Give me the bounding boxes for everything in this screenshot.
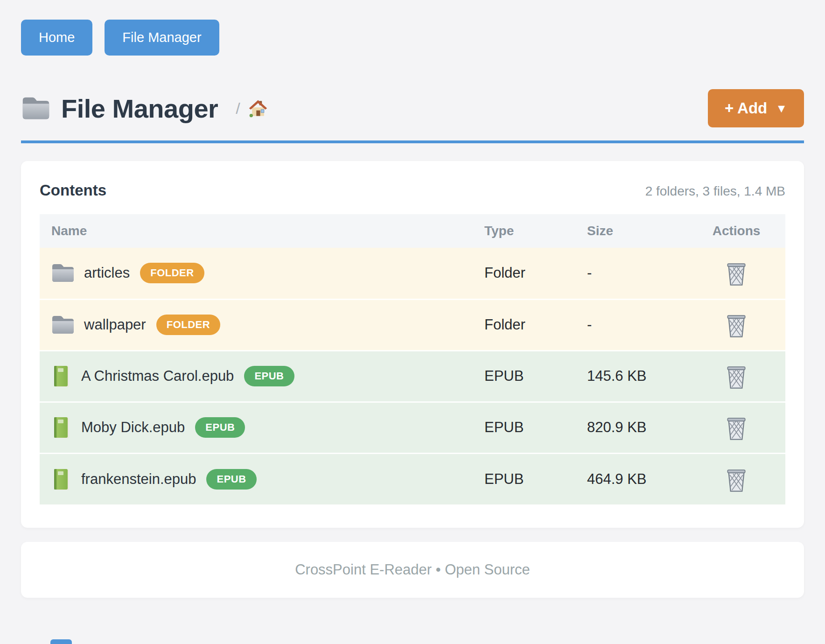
home-button[interactable]: Home <box>21 20 92 56</box>
size-cell: 464.9 KB <box>587 453 687 504</box>
add-button[interactable]: + Add ▼ <box>708 89 804 127</box>
contents-table: Name Type Size Actions articles FOLDER F… <box>40 214 785 504</box>
book-icon <box>51 468 71 490</box>
delete-button[interactable] <box>724 363 748 389</box>
house-icon[interactable] <box>248 98 268 119</box>
table-header-row: Name Type Size Actions <box>40 214 785 248</box>
contents-summary: 2 folders, 3 files, 1.4 MB <box>645 184 785 199</box>
type-cell: Folder <box>484 248 587 299</box>
trash-icon <box>724 260 748 286</box>
table-row: wallpaper FOLDER Folder - <box>40 299 785 350</box>
card-title: Contents <box>40 182 106 199</box>
partially-visible-element <box>50 639 72 644</box>
entry-name-link[interactable]: frankenstein.epub <box>81 471 196 488</box>
type-cell: EPUB <box>484 402 587 453</box>
delete-button[interactable] <box>724 260 748 286</box>
type-cell: Folder <box>484 299 587 350</box>
delete-button[interactable] <box>724 312 748 338</box>
size-cell: 820.9 KB <box>587 402 687 453</box>
column-header-name: Name <box>40 214 484 248</box>
trash-icon <box>724 312 748 338</box>
column-header-actions: Actions <box>687 214 785 248</box>
top-nav: Home File Manager <box>21 0 804 56</box>
footer-text: CrossPoint E-Reader • Open Source <box>295 561 530 578</box>
book-icon <box>51 416 71 439</box>
folder-icon <box>51 315 75 335</box>
size-cell: - <box>587 299 687 350</box>
type-badge: EPUB <box>206 469 256 490</box>
folder-icon <box>51 263 75 283</box>
book-icon <box>51 365 71 387</box>
table-row: articles FOLDER Folder - <box>40 248 785 299</box>
column-header-type: Type <box>484 214 587 248</box>
table-row: Moby Dick.epub EPUB EPUB 820.9 KB <box>40 402 785 453</box>
footer: CrossPoint E-Reader • Open Source <box>21 542 804 598</box>
type-badge: FOLDER <box>140 263 204 283</box>
type-badge: EPUB <box>195 417 245 438</box>
file-manager-button[interactable]: File Manager <box>105 20 219 56</box>
trash-icon <box>724 414 748 441</box>
entry-name-link[interactable]: A Christmas Carol.epub <box>81 368 234 385</box>
entry-name-link[interactable]: wallpaper <box>84 316 146 333</box>
entry-name-link[interactable]: Moby Dick.epub <box>81 419 185 436</box>
trash-icon <box>724 363 748 389</box>
chevron-down-icon: ▼ <box>776 102 787 115</box>
type-cell: EPUB <box>484 453 587 504</box>
contents-card: Contents 2 folders, 3 files, 1.4 MB Name… <box>21 161 804 528</box>
page-header: File Manager / + Add ▼ <box>21 89 804 127</box>
breadcrumb: / <box>236 98 268 119</box>
column-header-size: Size <box>587 214 687 248</box>
page-title: File Manager <box>61 93 218 124</box>
delete-button[interactable] <box>724 466 748 492</box>
delete-button[interactable] <box>724 414 748 441</box>
table-row: frankenstein.epub EPUB EPUB 464.9 KB <box>40 453 785 504</box>
type-badge: FOLDER <box>156 315 220 335</box>
table-row: A Christmas Carol.epub EPUB EPUB 145.6 K… <box>40 350 785 402</box>
breadcrumb-separator: / <box>236 99 240 118</box>
type-cell: EPUB <box>484 350 587 402</box>
add-button-label: + Add <box>725 99 767 117</box>
title-divider <box>21 140 804 143</box>
page: Home File Manager File Manager / + Add ▼… <box>0 0 825 598</box>
size-cell: - <box>587 248 687 299</box>
trash-icon <box>724 466 748 492</box>
entry-name-link[interactable]: articles <box>84 265 130 281</box>
size-cell: 145.6 KB <box>587 350 687 402</box>
table-body: articles FOLDER Folder - wallpaper FOLDE… <box>40 248 785 504</box>
type-badge: EPUB <box>244 366 294 386</box>
folder-icon <box>21 96 51 121</box>
